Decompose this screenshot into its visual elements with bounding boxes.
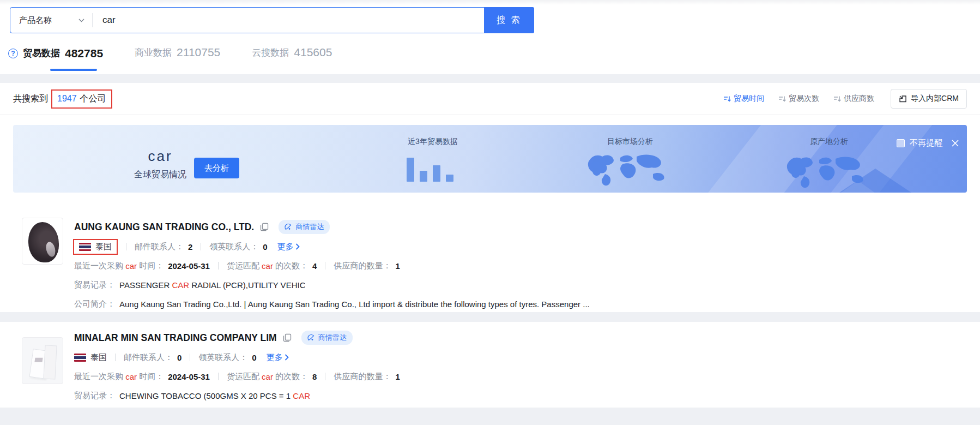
copy-icon[interactable] (283, 333, 292, 342)
sort-label: 贸易时间 (734, 94, 764, 104)
freight-label-suffix: 的次数： (275, 372, 308, 382)
keyword-highlight: CAR (293, 391, 310, 400)
import-crm-button[interactable]: 导入内部CRM (891, 89, 967, 109)
results-panel: 共搜索到 1947 个公司 贸易时间 贸易次数 供应商数 导入内部CRM (0, 83, 980, 312)
trade-record-label: 贸易记录： (74, 391, 115, 401)
banner-section-trade-label: 近3年贸易数据 (386, 137, 479, 147)
background-gap (0, 74, 980, 83)
country-wrap: 泰国 (74, 352, 107, 363)
help-icon: ? (8, 49, 18, 58)
radar-icon (307, 334, 315, 342)
keyword-highlight: car (125, 372, 137, 381)
bar (407, 158, 414, 182)
divider (126, 243, 126, 250)
thailand-flag-icon (79, 243, 91, 251)
email-contacts-value: 2 (188, 242, 192, 252)
company-name[interactable]: AUNG KAUNG SAN TRADING CO., LTD. (74, 222, 254, 233)
more-label: 更多 (267, 352, 283, 363)
purchase-date: 2024-05-31 (168, 261, 210, 271)
company-info: MINALAR MIN SAN TRADING COMPANY LIM 商情雷达… (74, 322, 967, 404)
background-gap (0, 312, 980, 322)
trade-record-value: PASSENGER CAR RADIAL (PCR),UTILITY VEHIC (119, 280, 305, 290)
supplier-count: 1 (395, 372, 400, 381)
highlight-box: 泰国 (73, 239, 118, 255)
keyword-highlight: car (125, 261, 137, 271)
email-contacts-label: 邮件联系人： (135, 242, 184, 252)
freight-count: 8 (312, 372, 317, 381)
tab-count: 415605 (294, 46, 332, 59)
banner-section-origin-label: 原产地分析 (783, 137, 875, 147)
search-button[interactable]: 搜 索 (484, 7, 534, 33)
search-category-label: 产品名称 (19, 15, 52, 26)
banner-keyword: car (119, 148, 201, 165)
email-contacts-value: 0 (177, 353, 182, 362)
sort-trade-count[interactable]: 贸易次数 (778, 94, 819, 104)
divider (115, 354, 116, 361)
sort-supplier-count[interactable]: 供应商数 (833, 94, 874, 104)
business-radar-badge[interactable]: 商情雷达 (279, 220, 330, 234)
linkedin-contacts-label: 领英联系人： (209, 242, 258, 252)
country-label: 泰国 (90, 352, 107, 363)
sort-icon (778, 95, 786, 103)
freight-label: 货运匹配 (227, 372, 259, 382)
purchase-label: 最近一次采购 (74, 261, 123, 271)
badge-label: 商情雷达 (318, 333, 347, 343)
sort-label: 贸易次数 (789, 94, 819, 104)
more-link[interactable]: 更多 (277, 242, 300, 252)
mini-bar-chart (407, 158, 453, 182)
email-contacts-label: 邮件联系人： (124, 352, 173, 363)
sort-icon (723, 95, 731, 103)
results-summary: 共搜索到 1947 个公司 (13, 89, 112, 109)
keyword-highlight: car (262, 261, 273, 271)
freight-label-suffix: 的次数： (275, 261, 308, 271)
supplier-label: 供应商的数量： (334, 372, 391, 382)
company-card: AUNG KAUNG SAN TRADING CO., LTD. 商情雷达 泰国… (0, 193, 980, 312)
world-map-graphic (584, 152, 677, 188)
trade-analysis-banner: car 全球贸易情况 去分析 近3年贸易数据 目标市场分析 原产地分析 (13, 125, 967, 193)
trade-record-row: 贸易记录： CHEWING TOBACCO (500GMS X 20 PCS =… (74, 387, 967, 404)
search-input[interactable] (93, 8, 484, 33)
tab-cloud-search-data[interactable]: 云搜数据 415605 (252, 46, 332, 59)
profile-label: 公司简介： (74, 299, 115, 309)
search-category-select[interactable]: 产品名称 (10, 8, 92, 33)
linkedin-contacts-value: 0 (263, 242, 267, 252)
company-card: MINALAR MIN SAN TRADING COMPANY LIM 商情雷达… (0, 322, 980, 404)
analyze-button[interactable]: 去分析 (194, 158, 239, 178)
tab-label: 云搜数据 (252, 46, 289, 59)
purchase-label-suffix: 时间： (139, 261, 164, 271)
tire-image (28, 222, 59, 262)
copy-icon[interactable] (260, 223, 269, 231)
business-radar-badge[interactable]: 商情雷达 (301, 331, 353, 345)
purchase-label: 最近一次采购 (74, 372, 123, 382)
trade-record-row: 贸易记录： PASSENGER CAR RADIAL (PCR),UTILITY… (74, 277, 967, 293)
linkedin-contacts-value: 0 (252, 353, 256, 362)
world-map-graphic (783, 154, 876, 190)
company-thumbnail[interactable] (22, 218, 63, 265)
sort-trade-time[interactable]: 贸易时间 (723, 94, 764, 104)
more-link[interactable]: 更多 (267, 352, 289, 363)
company-title-row: AUNG KAUNG SAN TRADING CO., LTD. 商情雷达 (74, 220, 967, 234)
data-tabs: ? 贸易数据 482785 商业数据 2110755 云搜数据 415605 (8, 46, 332, 60)
tab-label: 贸易数据 (23, 47, 60, 59)
company-name[interactable]: MINALAR MIN SAN TRADING COMPANY LIM (74, 332, 277, 344)
bar (420, 171, 427, 182)
thailand-flag-icon (74, 354, 86, 362)
highlight-box: 1947 个公司 (51, 89, 112, 109)
tab-trade-data[interactable]: ? 贸易数据 482785 (8, 47, 103, 60)
bar (446, 175, 453, 182)
radar-icon (285, 223, 292, 231)
freight-count: 4 (312, 261, 317, 271)
dismiss-label[interactable]: 不再提醒 (910, 138, 942, 148)
supplier-count: 1 (395, 261, 400, 271)
header: 产品名称 搜 索 ? 贸易数据 482785 商业数据 2110755 云搜数据… (0, 0, 980, 74)
tab-business-data[interactable]: 商业数据 2110755 (135, 46, 220, 59)
divider (218, 373, 219, 380)
company-thumbnail[interactable] (22, 337, 63, 384)
results-count: 1947 (57, 94, 77, 104)
dismiss-checkbox[interactable] (897, 139, 905, 147)
more-label: 更多 (277, 242, 294, 252)
close-icon[interactable] (951, 139, 959, 147)
tab-label: 商业数据 (135, 46, 172, 59)
tab-count: 482785 (65, 47, 103, 60)
chevron-right-icon (285, 354, 289, 361)
